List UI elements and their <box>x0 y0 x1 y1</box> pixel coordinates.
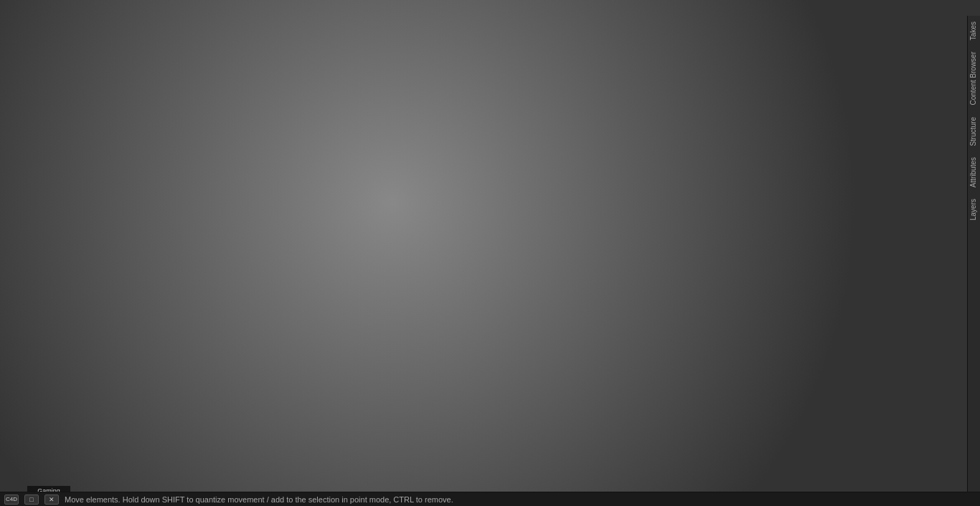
center-area: View Cameras Display Filter Panel ⊞ ⤡ ⊟ … <box>23 42 646 506</box>
vtab-attributes[interactable]: Attributes <box>968 151 980 193</box>
material-item[interactable]: Gaming <box>26 451 72 497</box>
vertical-tabs-right: Takes Content Browser Structure Attribut… <box>967 16 980 492</box>
vtab-content-browser[interactable]: Content Browser <box>968 46 980 111</box>
vtab-layers[interactable]: Layers <box>968 193 980 226</box>
vtab-structure[interactable]: Structure <box>968 111 980 152</box>
vtab-takes[interactable]: Takes <box>968 16 980 46</box>
status-text: Move elements. Hold down SHIFT to quanti… <box>65 495 976 504</box>
close-indicator[interactable]: ✕ <box>44 495 59 505</box>
c4d-indicator[interactable]: C4D <box>4 495 19 505</box>
object-indicator[interactable]: □ <box>24 495 39 505</box>
status-bar: C4D □ ✕ Move elements. Hold down SHIFT t… <box>0 492 980 506</box>
main-area: ↖ ✛ ⤢ ↻ □ ○ ▲ ✦ ◎ ⌀ ⊕ S ⋮ ⌘ ∿ ∾ View Cam… <box>0 42 980 506</box>
